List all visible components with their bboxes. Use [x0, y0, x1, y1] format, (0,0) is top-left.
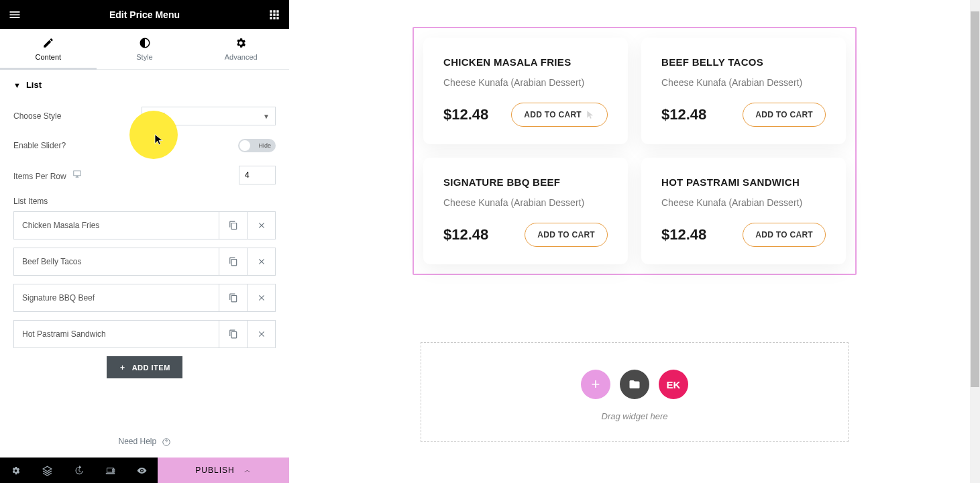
field-enable-slider: Enable Slider? Hide: [13, 132, 276, 159]
devices-icon: [105, 466, 115, 476]
card-subtitle: Cheese Kunafa (Arabian Dessert): [661, 77, 826, 88]
card-price: $12.48: [443, 226, 488, 244]
duplicate-item-button[interactable]: [219, 212, 247, 239]
price-menu-widget[interactable]: CHICKEN MASALA FRIES Cheese Kunafa (Arab…: [413, 27, 857, 275]
history-button[interactable]: [63, 458, 95, 483]
chevron-down-icon: ▼: [263, 113, 270, 120]
add-section-button[interactable]: +: [581, 370, 610, 399]
canvas-area[interactable]: CHICKEN MASALA FRIES Cheese Kunafa (Arab…: [289, 0, 980, 483]
history-icon: [74, 466, 84, 476]
toggle-label: Hide: [258, 142, 271, 149]
widget-drop-zone[interactable]: + EK Drag widget here: [421, 342, 849, 442]
enable-slider-toggle[interactable]: Hide: [238, 139, 276, 152]
preview-button[interactable]: [126, 458, 158, 483]
eye-icon: [137, 466, 147, 476]
field-label: Items Per Row: [13, 170, 82, 181]
sidebar-footer: PUBLISH ︿: [0, 458, 289, 483]
publish-button[interactable]: PUBLISH ︿: [158, 458, 289, 483]
layers-icon: [42, 466, 52, 476]
help-icon: [162, 437, 171, 447]
duplicate-item-button[interactable]: [219, 321, 247, 347]
responsive-button[interactable]: [95, 458, 126, 483]
menu-card: BEEF BELLY TACOS Cheese Kunafa (Arabian …: [641, 38, 846, 144]
apps-icon[interactable]: [268, 8, 281, 21]
caret-down-icon: ▼: [13, 81, 21, 89]
tab-label: Style: [136, 53, 152, 61]
sidebar-title: Edit Price Menu: [21, 9, 268, 20]
remove-item-button[interactable]: [247, 321, 275, 347]
scrollbar-thumb[interactable]: [971, 11, 979, 387]
editor-tabs: Content Style Advanced: [0, 29, 289, 70]
duplicate-item-button[interactable]: [219, 248, 247, 275]
tab-content[interactable]: Content: [0, 29, 97, 69]
drop-zone-actions: + EK: [421, 370, 848, 399]
card-footer: $12.48 ADD TO CART: [661, 223, 826, 247]
menu-card: HOT PASTRAMI SANDWICH Cheese Kunafa (Ara…: [641, 158, 846, 264]
sidebar-header: Edit Price Menu: [0, 0, 289, 29]
tab-label: Content: [36, 53, 62, 61]
desktop-icon[interactable]: [72, 170, 82, 179]
card-title: SIGNATURE BBQ BEEF: [443, 176, 608, 188]
remove-item-button[interactable]: [247, 284, 275, 311]
navigator-button[interactable]: [32, 458, 63, 483]
field-label: Choose Style: [13, 111, 61, 121]
card-price: $12.48: [661, 226, 706, 244]
canvas-scrollbar[interactable]: [970, 0, 980, 483]
list-item-name[interactable]: Beef Belly Tacos: [14, 248, 219, 275]
copy-icon: [229, 329, 238, 339]
list-item[interactable]: Signature BBQ Beef: [13, 284, 276, 312]
drop-zone-text: Drag widget here: [421, 411, 848, 421]
template-library-button[interactable]: [620, 370, 649, 399]
add-item-label: ADD ITEM: [132, 364, 170, 372]
add-to-cart-button[interactable]: ADD TO CART: [525, 223, 608, 247]
list-item-name[interactable]: Chicken Masala Fries: [14, 212, 219, 239]
remove-item-button[interactable]: [247, 248, 275, 275]
add-item-button[interactable]: ＋ ADD ITEM: [107, 356, 182, 378]
tab-advanced[interactable]: Advanced: [193, 29, 289, 69]
sidebar-body: ▼ List Choose Style Card ▼ Enable Slider…: [0, 70, 289, 426]
section-title: List: [26, 80, 42, 90]
list-item[interactable]: Beef Belly Tacos: [13, 248, 276, 276]
cursor-ghost-icon: [586, 110, 595, 119]
card-title: HOT PASTRAMI SANDWICH: [661, 176, 826, 188]
select-value: Card: [148, 111, 165, 121]
list-item-name[interactable]: Signature BBQ Beef: [14, 284, 219, 311]
close-icon: [257, 293, 266, 303]
tab-style[interactable]: Style: [97, 29, 193, 69]
list-item[interactable]: Chicken Masala Fries: [13, 211, 276, 239]
settings-button[interactable]: [0, 458, 32, 483]
duplicate-item-button[interactable]: [219, 284, 247, 311]
editor-sidebar: Edit Price Menu Content Style Advanced ▼…: [0, 0, 289, 483]
card-subtitle: Cheese Kunafa (Arabian Dessert): [661, 197, 826, 208]
ek-widgets-button[interactable]: EK: [659, 370, 688, 399]
need-help-link[interactable]: Need Help: [0, 426, 289, 458]
card-price: $12.48: [443, 106, 488, 123]
chevron-up-icon: ︿: [244, 466, 252, 475]
folder-icon: [629, 378, 641, 390]
items-per-row-input[interactable]: [239, 166, 276, 184]
remove-item-button[interactable]: [247, 212, 275, 239]
publish-label: PUBLISH: [195, 466, 234, 475]
section-toggle-list[interactable]: ▼ List: [13, 70, 276, 100]
list-item[interactable]: Hot Pastrami Sandwich: [13, 320, 276, 348]
copy-icon: [229, 221, 238, 230]
gear-icon: [11, 466, 21, 476]
list-item-name[interactable]: Hot Pastrami Sandwich: [14, 321, 219, 347]
add-to-cart-button[interactable]: ADD TO CART: [511, 103, 608, 127]
add-to-cart-button[interactable]: ADD TO CART: [743, 103, 826, 127]
toggle-knob: [239, 140, 250, 151]
menu-card: SIGNATURE BBQ BEEF Cheese Kunafa (Arabia…: [423, 158, 628, 264]
choose-style-select[interactable]: Card ▼: [142, 107, 276, 125]
close-icon: [257, 329, 266, 339]
copy-icon: [229, 293, 238, 303]
card-footer: $12.48 ADD TO CART: [443, 223, 608, 247]
card-price: $12.48: [661, 106, 706, 123]
add-to-cart-button[interactable]: ADD TO CART: [743, 223, 826, 247]
tab-label: Advanced: [225, 53, 258, 61]
menu-icon[interactable]: [8, 8, 21, 21]
field-items-per-row: Items Per Row: [13, 159, 276, 191]
field-choose-style: Choose Style Card ▼: [13, 100, 276, 132]
plus-icon: ＋: [119, 362, 127, 372]
close-icon: [257, 221, 266, 230]
gear-icon: [235, 37, 247, 49]
